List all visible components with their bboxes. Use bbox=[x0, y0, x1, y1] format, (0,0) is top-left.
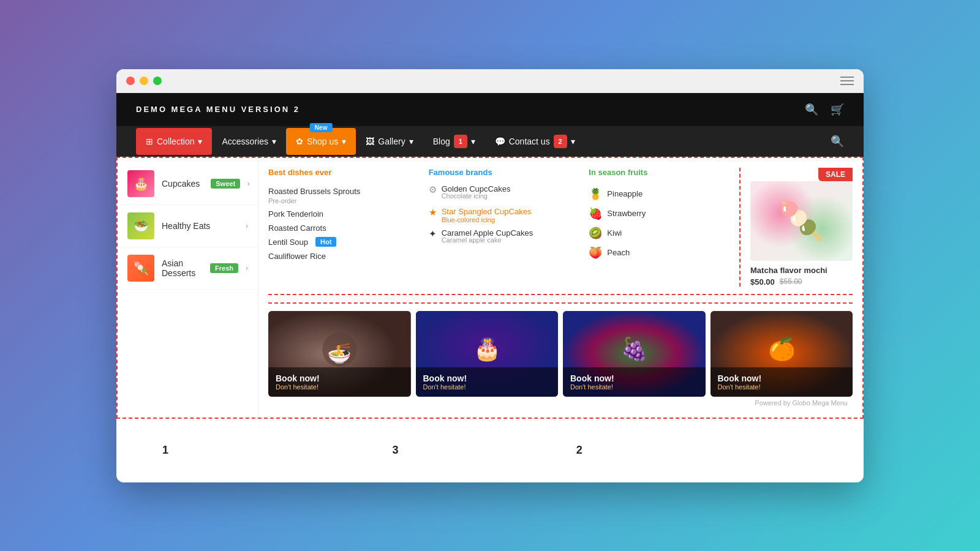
browser-chrome bbox=[116, 69, 864, 93]
blog-badge: 1 bbox=[454, 135, 467, 148]
callout-text-3: Banner images with text bbox=[418, 445, 530, 456]
nav-item-contact[interactable]: 💬 Contact us 2 ▾ bbox=[485, 126, 585, 157]
brand-link-star[interactable]: Star Spangled CupCakes bbox=[442, 207, 532, 216]
callout-num-2: 2 bbox=[567, 438, 592, 463]
healthy-thumb: 🥗 bbox=[127, 212, 154, 239]
banner-sub: Don't hesitate! bbox=[423, 383, 551, 391]
feature-callouts: 1 Block links with icons and images 3 Ba… bbox=[116, 419, 864, 482]
fruit-label: Peach bbox=[607, 248, 630, 257]
nav-item-shop[interactable]: New ✿ Shop us ▾ bbox=[286, 128, 356, 155]
col-title-season: In season fruits bbox=[589, 168, 729, 177]
nav-item-collection[interactable]: ⊞ Collection ▾ bbox=[136, 128, 212, 155]
gear-icon: ⚙ bbox=[429, 184, 437, 195]
product-panel: SALE 🍡 Matcha flavor mochi $50.00 $55.00 bbox=[739, 168, 853, 287]
header-icons: 🔍 🛒 bbox=[805, 103, 844, 116]
col-title-brands: Famouse brands bbox=[429, 168, 570, 177]
cart-icon[interactable]: 🛒 bbox=[831, 103, 844, 116]
sweet-tag: Sweet bbox=[211, 179, 240, 189]
fruit-pineapple[interactable]: 🍍 Pineapple bbox=[589, 184, 729, 204]
nav-label: Accessories bbox=[222, 137, 268, 146]
powered-by: Powered by Globo Mega Menu bbox=[268, 397, 853, 408]
banner-3[interactable]: 🍇 Book now! Don't hesitate! bbox=[563, 311, 706, 397]
arrow-icon: › bbox=[246, 264, 248, 272]
brand-sub-star: Blue-colored icing bbox=[442, 216, 532, 223]
nav-label: Shop us bbox=[307, 137, 338, 146]
banner-3-overlay: Book now! Don't hesitate! bbox=[563, 367, 706, 397]
sidebar-label: Healthy Eats bbox=[162, 221, 210, 231]
product-image[interactable]: 🍡 bbox=[750, 181, 853, 261]
callout-num-1: 1 bbox=[153, 438, 178, 463]
nav-item-blog[interactable]: Blog 1 ▾ bbox=[423, 126, 485, 157]
banner-2-overlay: Book now! Don't hesitate! bbox=[416, 367, 559, 397]
product-name: Matcha flavor mochi bbox=[750, 266, 853, 275]
menu-sidebar: 🎂 Cupcakes Sweet › 🥗 Healthy Eats › 🍡 As… bbox=[118, 158, 258, 418]
nav-bar: ⊞ Collection ▾ Accessories ▾ New ✿ Shop … bbox=[116, 126, 864, 157]
grid-icon: ⊞ bbox=[146, 137, 153, 146]
nav-label: Gallery bbox=[378, 137, 405, 146]
pineapple-icon: 🍍 bbox=[589, 187, 602, 201]
famous-brands-col: Famouse brands ⚙ Golden CupcCakes Chocol… bbox=[419, 168, 579, 287]
callout-1: 1 Block links with icons and images bbox=[153, 438, 347, 463]
product-img-content: 🍡 bbox=[750, 181, 853, 261]
sidebar-item-healthy[interactable]: 🥗 Healthy Eats › bbox=[118, 205, 258, 247]
menu-link-soup[interactable]: Lentil Soup bbox=[268, 235, 308, 249]
sidebar-item-cupcakes[interactable]: 🎂 Cupcakes Sweet › bbox=[118, 163, 258, 205]
price-new: $50.00 bbox=[750, 277, 775, 287]
browser-dots bbox=[126, 77, 162, 85]
star-icon: ★ bbox=[429, 207, 437, 218]
price-old: $55.00 bbox=[780, 277, 802, 286]
banner-title: Book now! bbox=[718, 373, 846, 383]
chat-icon: 💬 bbox=[495, 137, 505, 146]
dot-green[interactable] bbox=[153, 77, 162, 85]
best-dishes-col: Best dishes ever Roasted Brussels Sprout… bbox=[268, 168, 419, 287]
dot-yellow[interactable] bbox=[140, 77, 148, 85]
nav-item-accessories[interactable]: Accessories ▾ bbox=[212, 128, 285, 155]
dot-red[interactable] bbox=[126, 77, 135, 85]
banner-sub: Don't hesitate! bbox=[276, 383, 404, 391]
banner-2[interactable]: 🎂 Book now! Don't hesitate! bbox=[416, 311, 559, 397]
in-season-col: In season fruits 🍍 Pineapple 🍓 Strawberr… bbox=[579, 168, 739, 287]
fruit-label: Kiwi bbox=[607, 228, 622, 238]
menu-link-pork[interactable]: Pork Tenderloin bbox=[268, 207, 409, 221]
peach-icon: 🍑 bbox=[589, 246, 602, 260]
nav-label: Blog bbox=[433, 137, 450, 146]
banner-1[interactable]: 🍜 Book now! Don't hesitate! bbox=[268, 311, 411, 397]
nav-label: Collection bbox=[157, 137, 194, 146]
banner-title: Book now! bbox=[423, 373, 551, 383]
banner-4[interactable]: 🍊 Book now! Don't hesitate! bbox=[710, 311, 853, 397]
fruit-peach[interactable]: 🍑 Peach bbox=[589, 243, 729, 263]
hot-tag: Hot bbox=[315, 237, 336, 247]
strawberry-icon: 🍓 bbox=[589, 207, 602, 220]
menu-link-sub: Pre-order bbox=[268, 197, 409, 204]
new-badge: New bbox=[310, 123, 333, 132]
callout-3: 3 Banner images with text bbox=[383, 438, 530, 463]
arrow-icon: › bbox=[246, 222, 248, 230]
menu-link-cauliflower[interactable]: Cauliflower Rice bbox=[268, 249, 409, 263]
callout-text-1: Block links with icons and images bbox=[187, 445, 347, 456]
chevron-down-icon: ▾ bbox=[198, 137, 202, 146]
fruit-strawberry[interactable]: 🍓 Strawberry bbox=[589, 204, 729, 223]
sidebar-label: Cupcakes bbox=[162, 179, 200, 189]
fruit-label: Pineapple bbox=[607, 189, 643, 198]
chevron-down-icon: ▾ bbox=[272, 137, 276, 146]
shop-icon: ✿ bbox=[296, 137, 303, 146]
menu-link-carrots[interactable]: Roasted Carrots bbox=[268, 221, 409, 235]
search-icon[interactable]: 🔍 bbox=[805, 103, 818, 116]
nav-item-gallery[interactable]: 🖼 Gallery ▾ bbox=[356, 128, 423, 155]
hamburger-icon[interactable] bbox=[840, 77, 854, 85]
menu-link-brussels[interactable]: Roasted Brussels Sprouts bbox=[268, 184, 409, 198]
svg-text:🎂: 🎂 bbox=[473, 335, 500, 361]
cupcakes-thumb: 🎂 bbox=[127, 170, 154, 197]
nav-label: Contact us bbox=[509, 137, 550, 146]
gallery-icon: 🖼 bbox=[366, 137, 374, 146]
chevron-down-icon: ▾ bbox=[342, 137, 346, 146]
kiwi-icon: 🥝 bbox=[589, 227, 602, 240]
sidebar-item-asian[interactable]: 🍡 Asian Desserts Fresh › bbox=[118, 247, 258, 290]
mega-menu-content: Best dishes ever Roasted Brussels Sprout… bbox=[258, 158, 862, 418]
nav-search-icon[interactable]: 🔍 bbox=[831, 135, 844, 148]
site-logo: DEMO MEGA MENU VERSION 2 bbox=[136, 105, 300, 114]
svg-text:🍇: 🍇 bbox=[620, 335, 648, 361]
fruit-kiwi[interactable]: 🥝 Kiwi bbox=[589, 223, 729, 243]
arrow-icon: › bbox=[247, 179, 250, 188]
sale-badge: SALE bbox=[818, 168, 853, 181]
